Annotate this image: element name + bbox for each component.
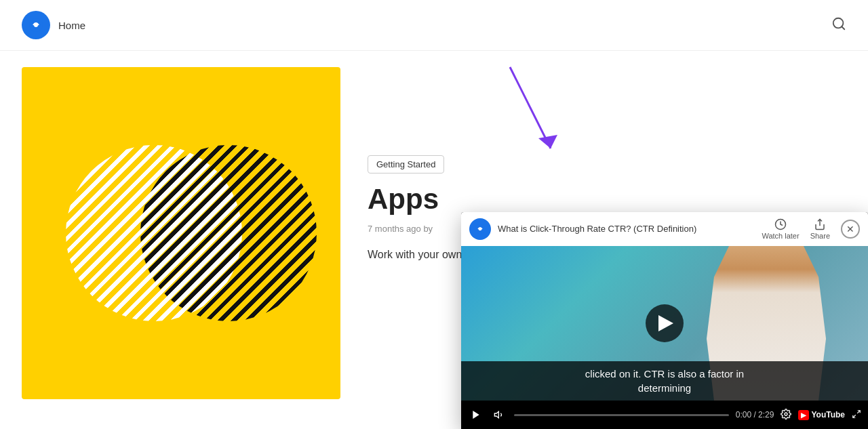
subtitle-text-line2: determining [638,382,691,394]
search-button[interactable] [831,16,846,34]
channel-icon [469,218,491,240]
share-button[interactable]: Share [810,218,830,240]
svg-line-14 [853,415,856,417]
circles-graphic [52,104,310,362]
header: Home [0,0,868,51]
category-badge: Getting Started [368,155,444,173]
video-frame[interactable]: clicked on it. CTR is also a factor in d… [461,246,868,401]
article-title: Apps [368,183,846,216]
arrow-annotation [490,60,557,169]
nav-home[interactable]: Home [58,20,85,31]
subtitle-text-line1: clicked on it. CTR is also a factor in [585,368,744,380]
share-label: Share [810,232,830,240]
youtube-icon: ▶ [798,410,809,420]
circle-light [66,145,242,321]
settings-button[interactable] [781,409,791,422]
youtube-label: YouTube [811,410,845,420]
fullscreen-button[interactable] [852,409,861,421]
video-controls: 0:00 / 2:29 ▶ YouTube [461,401,868,429]
svg-line-13 [857,410,860,413]
svg-point-12 [785,413,787,415]
svg-point-1 [34,23,38,27]
svg-marker-10 [473,411,479,419]
play-pause-button[interactable] [468,407,484,423]
watch-later-label: Watch later [762,232,799,240]
subtitle-bar: clicked on it. CTR is also a factor in d… [461,361,868,401]
header-left: Home [22,11,85,39]
play-button[interactable] [646,304,684,342]
video-actions: Watch later Share ✕ [762,218,860,240]
video-overlay: What is Click-Through Rate CTR? (CTR Def… [461,212,868,429]
svg-marker-5 [538,135,557,148]
close-video-button[interactable]: ✕ [841,220,860,239]
play-icon [658,315,673,331]
svg-line-4 [510,67,551,148]
app-logo[interactable] [22,11,50,39]
progress-bar[interactable] [514,414,729,416]
watch-later-button[interactable]: Watch later [762,218,799,240]
hero-image [22,67,340,399]
svg-point-7 [479,228,482,231]
svg-marker-11 [494,411,498,417]
video-header: What is Click-Through Rate CTR? (CTR Def… [461,212,868,246]
svg-line-3 [842,26,844,29]
time-display: 0:00 / 2:29 [736,410,774,420]
youtube-logo[interactable]: ▶ YouTube [798,410,845,420]
video-title: What is Click-Through Rate CTR? (CTR Def… [498,224,755,235]
volume-button[interactable] [491,407,507,423]
